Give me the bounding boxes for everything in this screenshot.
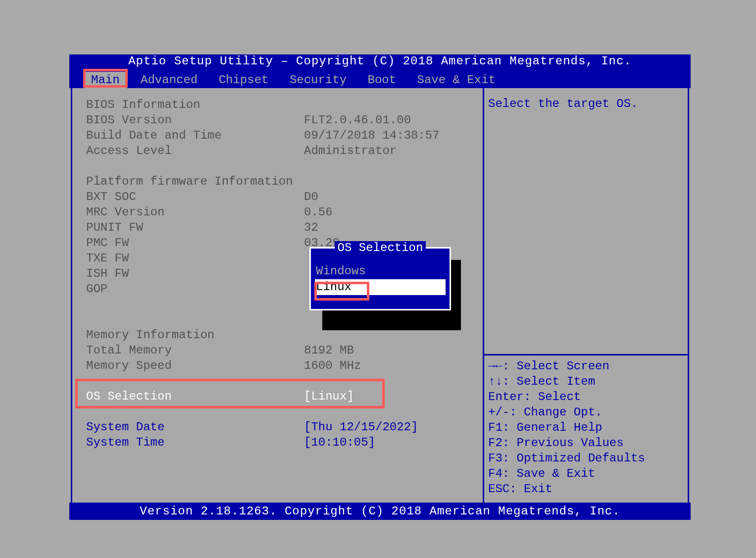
os-selection-value: [Linux]: [304, 390, 473, 405]
header-title: Aptio Setup Utility – Copyright (C) 2018…: [128, 54, 632, 68]
tab-advanced[interactable]: Advanced: [134, 72, 204, 88]
system-date-label: System Date: [86, 420, 304, 436]
system-time-row[interactable]: System Time[10:10:05]: [86, 436, 473, 451]
popup-option-windows[interactable]: Windows: [311, 263, 450, 279]
mrc-value: 0.56: [304, 205, 473, 221]
system-time-value: [10:10:05]: [304, 436, 473, 451]
key-select-item: ↑↓: Select Item: [488, 375, 683, 390]
popup-options: Windows Linux: [311, 249, 450, 300]
tab-chipset[interactable]: Chipset: [212, 72, 276, 88]
key-change-opt: +/-: Change Opt.: [488, 406, 683, 421]
memory-speed-value: 1600 MHz: [304, 359, 473, 374]
popup-title-wrap: OS Selection: [311, 241, 450, 254]
section-memory: Memory Information: [86, 328, 304, 344]
key-enter: Enter: Select: [488, 390, 683, 406]
tab-security[interactable]: Security: [283, 72, 353, 88]
section-platform: Platform firmware Information: [86, 175, 304, 190]
popup-title: OS Selection: [335, 241, 426, 254]
key-save-exit: F4: Save & Exit: [488, 467, 683, 482]
total-memory-value: 8192 MB: [304, 344, 473, 359]
mrc-label: MRC Version: [86, 205, 304, 221]
key-esc-exit: ESC: Exit: [488, 482, 683, 498]
help-separator: [484, 354, 688, 355]
popup-option-linux[interactable]: Linux: [315, 279, 446, 295]
footer-bar: Version 2.18.1263. Copyright (C) 2018 Am…: [69, 503, 691, 520]
key-optimized-defaults: F3: Optimized Defaults: [488, 452, 683, 467]
header-bar: Aptio Setup Utility – Copyright (C) 2018…: [69, 54, 691, 72]
menu-tabs: Main Advanced Chipset Security Boot Save…: [69, 72, 691, 88]
bxt-label: BXT SOC: [86, 190, 304, 205]
access-level-label: Access Level: [86, 144, 304, 159]
system-date-row[interactable]: System Date[Thu 12/15/2022]: [86, 420, 473, 436]
system-time-label: System Time: [86, 436, 304, 451]
total-memory-label: Total Memory: [86, 344, 304, 359]
os-selection-popup: OS Selection Windows Linux: [309, 247, 461, 330]
build-date-label: Build Date and Time: [86, 129, 304, 144]
bios-version-value: FLT2.0.46.01.00: [304, 113, 473, 129]
bios-version-label: BIOS Version: [86, 113, 304, 129]
tab-boot[interactable]: Boot: [361, 72, 403, 88]
os-selection-label: OS Selection: [86, 390, 304, 405]
os-selection-row[interactable]: OS Selection[Linux]: [86, 390, 473, 405]
punit-label: PUNIT FW: [86, 221, 304, 236]
key-general-help: F1: General Help: [488, 421, 683, 436]
key-previous-values: F2: Previous Values: [488, 436, 683, 452]
bios-window: Aptio Setup Utility – Copyright (C) 2018…: [69, 54, 691, 522]
pmc-label: PMC FW: [86, 236, 304, 252]
memory-speed-label: Memory Speed: [86, 359, 304, 374]
gop-label: GOP: [86, 282, 304, 298]
help-text: Select the target OS.: [488, 97, 683, 351]
bxt-value: D0: [304, 190, 473, 205]
key-select-screen: →←: Select Screen: [488, 359, 683, 375]
punit-value: 32: [304, 221, 473, 236]
system-date-value: [Thu 12/15/2022]: [304, 420, 473, 436]
right-pane: Select the target OS. →←: Select Screen …: [483, 88, 688, 503]
popup-frame: OS Selection Windows Linux: [309, 247, 451, 310]
access-level-value: Administrator: [304, 144, 473, 159]
txe-label: TXE FW: [86, 252, 304, 267]
footer-text: Version 2.18.1263. Copyright (C) 2018 Am…: [140, 505, 620, 518]
tab-main[interactable]: Main: [84, 72, 127, 88]
section-bios-info: BIOS Information: [86, 98, 304, 113]
ish-label: ISH FW: [86, 267, 304, 282]
build-date-value: 09/17/2018 14:38:57: [304, 129, 473, 144]
key-legend: →←: Select Screen ↑↓: Select Item Enter:…: [488, 359, 683, 498]
tab-save-exit[interactable]: Save & Exit: [410, 72, 503, 88]
